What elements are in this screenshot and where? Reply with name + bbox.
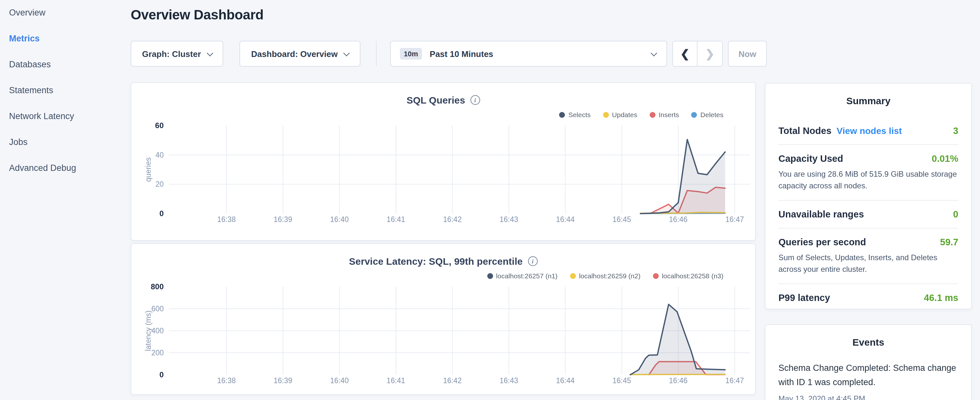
summary-row-total-nodes: Total Nodes View nodes list 3 bbox=[778, 126, 958, 136]
graph-dropdown[interactable]: Graph: Cluster bbox=[131, 41, 223, 67]
legend-item: Updates bbox=[603, 111, 637, 118]
page-title: Overview Dashboard bbox=[131, 7, 264, 23]
summary-row-value: 46.1 ms bbox=[924, 293, 958, 303]
x-tick-label: 16:39 bbox=[274, 376, 293, 385]
summary-row-p99: P99 latency 46.1 ms bbox=[778, 293, 958, 303]
legend-label: localhost:26257 (n1) bbox=[496, 272, 557, 280]
chart-title-row: SQL Queries i bbox=[131, 94, 755, 105]
summary-row-description: Sum of Selects, Updates, Inserts, and De… bbox=[778, 252, 958, 275]
sidebar-item-overview[interactable]: Overview bbox=[0, 0, 123, 26]
summary-row-value: 3 bbox=[953, 126, 958, 136]
x-tick-label: 16:44 bbox=[556, 376, 574, 385]
x-tick-label: 16:46 bbox=[669, 376, 688, 385]
legend-item: localhost:26257 (n1) bbox=[487, 272, 557, 280]
sidebar-nav: OverviewMetricsDatabasesStatementsNetwor… bbox=[0, 0, 123, 400]
summary-row-label: P99 latency bbox=[778, 293, 830, 303]
chart-title: SQL Queries bbox=[406, 94, 465, 105]
chart-legend: SelectsUpdatesInsertsDeletes bbox=[559, 111, 724, 118]
time-prev-button[interactable]: ❮ bbox=[673, 41, 698, 66]
divider bbox=[778, 200, 958, 201]
event-timestamp: May 13, 2020 at 4:45 PM bbox=[778, 394, 958, 400]
chevron-down-icon bbox=[207, 49, 213, 56]
x-tick-label: 16:43 bbox=[500, 376, 518, 385]
divider bbox=[778, 144, 958, 145]
y-tick-label: 60 bbox=[155, 121, 164, 130]
time-range-picker[interactable]: 10m Past 10 Minutes bbox=[390, 41, 667, 67]
sidebar-item-databases[interactable]: Databases bbox=[0, 52, 123, 78]
x-tick-label: 16:41 bbox=[387, 376, 406, 385]
summary-row-label: Queries per second bbox=[778, 237, 866, 247]
time-step-buttons: ❮ ❯ bbox=[672, 41, 723, 67]
legend-label: Updates bbox=[612, 111, 637, 118]
summary-title: Summary bbox=[778, 95, 958, 106]
x-tick-label: 16:47 bbox=[725, 376, 744, 385]
sidebar-item-advanced-debug[interactable]: Advanced Debug bbox=[0, 155, 123, 181]
x-tick-label: 16:40 bbox=[330, 215, 349, 224]
summary-row-value: 59.7 bbox=[940, 237, 958, 247]
chevron-down-icon bbox=[651, 49, 657, 56]
y-tick-label: 20 bbox=[155, 180, 164, 188]
summary-row-label: Unavailable ranges bbox=[778, 209, 864, 220]
x-tick-label: 16:38 bbox=[217, 215, 236, 224]
legend-swatch-icon bbox=[653, 273, 659, 279]
legend-swatch-icon bbox=[603, 112, 609, 118]
y-tick-label: 0 bbox=[159, 209, 164, 218]
info-icon[interactable]: i bbox=[471, 95, 480, 105]
now-button[interactable]: Now bbox=[728, 41, 767, 67]
x-tick-label: 16:44 bbox=[556, 215, 574, 224]
legend-swatch-icon bbox=[487, 273, 493, 279]
events-title: Events bbox=[778, 336, 958, 347]
x-tick-label: 16:41 bbox=[387, 215, 406, 224]
x-tick-label: 16:40 bbox=[330, 376, 349, 385]
legend-label: Inserts bbox=[659, 111, 679, 118]
summary-row-value: 0 bbox=[953, 209, 958, 220]
graph-dropdown-label: Graph: Cluster bbox=[142, 49, 201, 59]
sidebar-list: OverviewMetricsDatabasesStatementsNetwor… bbox=[0, 0, 123, 181]
x-tick-label: 16:39 bbox=[274, 215, 293, 224]
legend-item: Deletes bbox=[691, 111, 724, 118]
chart-legend: localhost:26257 (n1)localhost:26259 (n2)… bbox=[487, 272, 724, 280]
summary-row-capacity: Capacity Used 0.01% bbox=[778, 153, 958, 164]
chevron-down-icon bbox=[343, 49, 350, 56]
summary-row-label: Capacity Used bbox=[778, 153, 843, 164]
time-range-badge: 10m bbox=[400, 48, 422, 59]
y-axis-label: queries bbox=[144, 157, 153, 182]
x-tick-label: 16:43 bbox=[500, 215, 518, 224]
divider bbox=[778, 284, 958, 284]
service-latency-card: Service Latency: SQL, 99th percentile i … bbox=[131, 243, 756, 395]
legend-label: localhost:26258 (n3) bbox=[662, 272, 724, 280]
controls-divider bbox=[376, 41, 377, 67]
admin-ui-page: OverviewMetricsDatabasesStatementsNetwor… bbox=[0, 0, 980, 400]
dashboard-dropdown[interactable]: Dashboard: Overview bbox=[239, 41, 360, 67]
legend-item: Inserts bbox=[650, 111, 679, 118]
chart-title-row: Service Latency: SQL, 99th percentile i bbox=[131, 256, 755, 267]
events-panel: Events Schema Change Completed: Schema c… bbox=[765, 324, 972, 400]
sidebar-item-statements[interactable]: Statements bbox=[0, 78, 123, 104]
summary-row-description: You are using 28.6 MiB of 515.9 GiB usab… bbox=[778, 168, 958, 191]
sql-queries-card: SQL Queries i SelectsUpdatesInsertsDelet… bbox=[131, 82, 756, 241]
legend-item: localhost:26259 (n2) bbox=[570, 272, 640, 280]
dashboard-dropdown-label: Dashboard: Overview bbox=[251, 49, 337, 59]
legend-swatch-icon bbox=[570, 273, 576, 279]
time-range-label: Past 10 Minutes bbox=[430, 49, 493, 59]
y-tick-label: 800 bbox=[151, 282, 164, 291]
sql-queries-chart[interactable]: 16:3816:3916:4016:4116:4216:4316:4416:45… bbox=[131, 120, 756, 232]
time-next-button[interactable]: ❯ bbox=[698, 41, 722, 66]
sidebar-item-network-latency[interactable]: Network Latency bbox=[0, 104, 123, 129]
service-latency-chart[interactable]: 16:3816:3916:4016:4116:4216:4316:4416:45… bbox=[131, 282, 756, 393]
y-tick-label: 600 bbox=[151, 304, 164, 313]
event-item[interactable]: Schema Change Completed: Schema change w… bbox=[778, 361, 958, 390]
legend-item: Selects bbox=[559, 111, 591, 118]
sidebar-item-metrics[interactable]: Metrics bbox=[0, 26, 123, 52]
summary-row-qps: Queries per second 59.7 bbox=[778, 237, 958, 247]
sidebar-item-jobs[interactable]: Jobs bbox=[0, 129, 123, 155]
info-icon[interactable]: i bbox=[528, 256, 538, 266]
view-nodes-list-link[interactable]: View nodes list bbox=[837, 126, 902, 136]
y-tick-label: 200 bbox=[151, 349, 164, 357]
summary-panel: Summary Total Nodes View nodes list 3 Ca… bbox=[765, 83, 972, 309]
series-area bbox=[640, 139, 725, 214]
y-axis-label: latency (ms) bbox=[144, 310, 153, 351]
x-tick-label: 16:42 bbox=[443, 376, 462, 385]
legend-swatch-icon bbox=[691, 112, 697, 118]
x-tick-label: 16:47 bbox=[725, 215, 744, 224]
